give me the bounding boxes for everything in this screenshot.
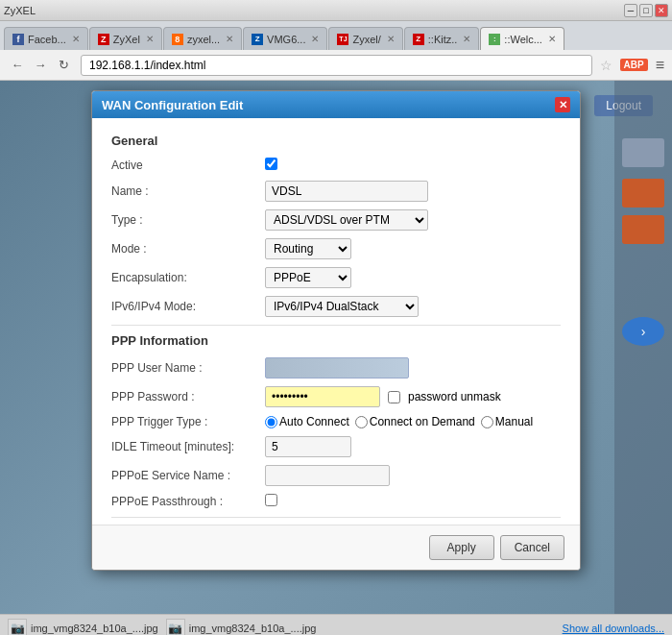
idle-input[interactable] [265,436,351,457]
reload-button[interactable]: ↻ [54,56,73,75]
ppp-trigger-label: PPP Trigger Type : [111,415,265,428]
ipv6-value: IPv6/IPv4 DualStack [265,296,561,317]
service-name-input[interactable] [265,465,390,486]
bookmark-icon[interactable]: ☆ [600,58,612,73]
ppp-username-row: PPP User Name : [111,357,561,379]
show-all-downloads-link[interactable]: Show all downloads... [563,623,664,634]
name-value [265,181,561,202]
tab-close-zyxel2[interactable]: ✕ [226,34,233,44]
trigger-demand-label: Connect on Demand [355,415,475,428]
mode-row: Mode : Routing [111,238,561,259]
encap-value: PPPoE [265,267,561,288]
status-bar: 📷 img_vmg8324_b10a_....jpg 📷 img_vmg8324… [0,614,672,635]
ppp-section-title: PPP Information [111,333,561,348]
tab-zyxel3[interactable]: TJ Zyxel/ ✕ [328,27,402,50]
ipv6-select[interactable]: IPv6/IPv4 DualStack [265,296,419,317]
idle-label: IDLE Timeout [minutes]: [111,440,265,453]
ppp-password-value: password unmask [265,386,561,407]
close-button[interactable]: ✕ [655,4,668,17]
tab-kitz[interactable]: Z ::Kitz.. ✕ [404,27,480,50]
wan-config-modal: WAN Configuration Edit ✕ General Active … [91,90,581,571]
encap-select[interactable]: PPPoE [265,267,351,288]
ppp-password-label: PPP Password : [111,390,265,403]
menu-button[interactable]: ≡ [656,57,664,74]
trigger-demand-text: Connect on Demand [370,415,475,428]
tab-close-welcome[interactable]: ✕ [548,34,556,44]
active-row: Active [111,158,561,173]
tab-close-kitz[interactable]: ✕ [463,34,470,44]
tab-close-vmg[interactable]: ✕ [311,34,319,44]
browser-title-bar: ZyXEL ─ □ ✕ f Faceb... ✕ Z ZyXel ✕ 8 zyx… [0,0,672,81]
ppp-username-value [265,357,561,379]
mode-select[interactable]: Routing [265,238,351,259]
type-select[interactable]: ADSL/VDSL over PTM [265,209,428,231]
trigger-auto-radio[interactable] [265,416,277,428]
download-item-2: 📷 img_vmg8324_b10a_....jpg [166,619,317,636]
back-button[interactable]: ← [8,56,27,75]
download-filename-1[interactable]: img_vmg8324_b10a_....jpg [31,623,158,634]
tab-label-zyxel3: Zyxel/ [352,34,380,45]
maximize-button[interactable]: □ [639,4,653,17]
cancel-button[interactable]: Cancel [500,535,564,560]
active-checkbox[interactable] [265,158,277,170]
passthrough-checkbox[interactable] [265,494,277,506]
modal-close-button[interactable]: ✕ [555,97,570,112]
tab-close-zyxel3[interactable]: ✕ [387,34,395,44]
tab-zyxel1[interactable]: Z ZyXel ✕ [89,27,162,50]
ppp-username-label: PPP User Name : [111,361,265,375]
idle-row: IDLE Timeout [minutes]: [111,436,561,457]
mode-label: Mode : [111,242,265,256]
password-unmask-checkbox[interactable] [388,391,400,403]
ppp-trigger-radio-group: Auto Connect Connect on Demand Manual [265,415,561,428]
tab-vmg[interactable]: Z VMG6... ✕ [243,27,327,50]
tab-favicon-kitz: Z [413,34,424,45]
nav-buttons: ← → ↻ [8,56,73,75]
name-input[interactable] [265,181,428,202]
tab-favicon-welcome: : [489,34,500,45]
trigger-auto-label: Auto Connect [265,415,349,428]
active-label: Active [111,159,265,172]
section-divider-2 [111,517,561,518]
tab-label-zyxel1: ZyXel [113,34,140,45]
encap-row: Encapsulation: PPPoE [111,267,561,288]
page-background: Logout › WAN Configuration Edit ✕ Genera… [0,81,672,614]
ipv6-row: IPv6/IPv4 Mode: IPv6/IPv4 DualStack [111,296,561,317]
section-divider-1 [111,325,561,326]
passthrough-label: PPPoE Passthrough : [111,495,265,508]
ppp-trigger-row: PPP Trigger Type : Auto Connect Connect … [111,415,561,428]
modal-overlay: WAN Configuration Edit ✕ General Active … [0,81,672,614]
tab-label-zyxel2: zyxel... [187,34,220,45]
forward-button[interactable]: → [31,56,50,75]
tab-favicon-zyxel1: Z [98,34,109,45]
minimize-button[interactable]: ─ [624,4,637,17]
trigger-manual-text: Manual [495,415,533,428]
type-value: ADSL/VDSL over PTM [265,209,561,231]
encap-label: Encapsulation: [111,271,265,284]
download-icon-1: 📷 [8,619,27,636]
tab-label-facebook: Faceb... [28,34,66,45]
download-item-1: 📷 img_vmg8324_b10a_....jpg [8,619,158,636]
tab-close-zyxel1[interactable]: ✕ [146,34,154,44]
ppp-username-display[interactable] [265,357,409,379]
trigger-demand-radio[interactable] [355,416,368,428]
tab-close-facebook[interactable]: ✕ [72,34,80,44]
tab-facebook[interactable]: f Faceb... ✕ [4,27,88,50]
ppp-password-input[interactable] [265,386,380,407]
trigger-manual-radio[interactable] [481,416,493,428]
name-label: Name : [111,184,265,198]
tab-favicon-vmg: Z [252,34,263,45]
mode-value: Routing [265,238,561,259]
passthrough-row: PPPoE Passthrough : [111,494,561,509]
trigger-manual-label: Manual [481,415,533,428]
type-label: Type : [111,213,265,227]
window-controls: ─ □ ✕ [624,4,668,17]
url-input[interactable] [81,55,592,76]
adblock-badge: ABP [620,59,648,71]
apply-button[interactable]: Apply [429,535,494,560]
modal-body: General Active Name : Type : [92,118,580,525]
download-filename-2[interactable]: img_vmg8324_b10a_....jpg [189,623,317,634]
tab-label-kitz: ::Kitz.. [428,34,458,45]
tab-zyxel2[interactable]: 8 zyxel... ✕ [163,27,242,50]
idle-value [265,436,561,457]
tab-welcome[interactable]: : ::Welc... ✕ [480,27,564,50]
